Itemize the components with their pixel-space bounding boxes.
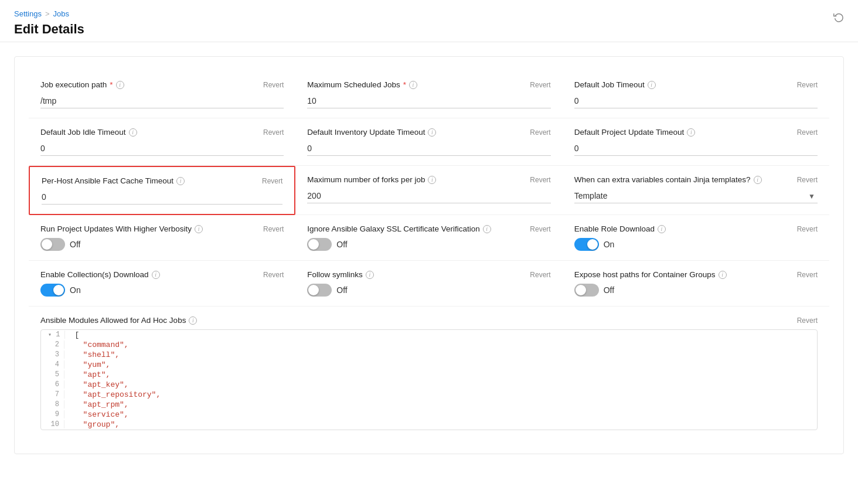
info-icon[interactable]: i	[428, 176, 436, 184]
revert-button[interactable]: Revert	[530, 271, 550, 279]
info-icon[interactable]: i	[648, 81, 656, 89]
field-label: Follow symlinks i	[307, 270, 374, 279]
info-icon[interactable]: i	[116, 81, 124, 89]
default-job-idle-timeout-input[interactable]	[40, 141, 284, 156]
enable-collections-download-toggle[interactable]	[40, 284, 65, 297]
line-number: 5	[41, 370, 64, 379]
revert-button[interactable]: Revert	[262, 177, 282, 185]
run-project-updates-toggle[interactable]	[40, 238, 65, 251]
history-icon[interactable]	[833, 12, 844, 25]
breadcrumb-sep: >	[45, 9, 50, 18]
breadcrumb: Settings > Jobs	[14, 9, 844, 18]
info-icon[interactable]: i	[189, 316, 197, 325]
toggle-row: Off	[307, 238, 550, 251]
code-line: 9 "service",	[41, 410, 817, 420]
info-icon[interactable]: i	[428, 128, 436, 137]
field-maximum-forks-per-job: Maximum number of forks per job i Revert	[295, 166, 562, 215]
field-default-job-idle-timeout: Default Job Idle Timeout i Revert	[29, 118, 295, 166]
line-number: 8	[41, 400, 64, 408]
revert-button[interactable]: Revert	[530, 81, 550, 89]
code-line: 5 "apt",	[41, 370, 817, 380]
when-extra-variables-select[interactable]: Template Always Never	[574, 189, 818, 203]
revert-button[interactable]: Revert	[263, 81, 284, 89]
revert-button[interactable]: Revert	[530, 176, 550, 184]
breadcrumb-jobs[interactable]: Jobs	[53, 9, 69, 18]
enable-role-download-toggle[interactable]	[574, 238, 599, 251]
expose-host-paths-toggle[interactable]	[574, 284, 599, 297]
field-label: Default Job Idle Timeout i	[40, 128, 137, 137]
revert-button[interactable]: Revert	[263, 225, 284, 233]
info-icon[interactable]: i	[129, 128, 137, 137]
info-icon[interactable]: i	[483, 225, 491, 233]
revert-button[interactable]: Revert	[530, 225, 550, 233]
field-enable-collections-download: Enable Collection(s) Download i Revert O…	[29, 261, 295, 307]
revert-button[interactable]: Revert	[263, 128, 284, 137]
select-wrapper: Template Always Never ▼	[574, 189, 818, 203]
code-content: "shell",	[72, 350, 817, 359]
per-host-ansible-fact-cache-timeout-input[interactable]	[42, 190, 282, 205]
breadcrumb-settings[interactable]: Settings	[14, 9, 42, 18]
toggle-label: On	[70, 285, 81, 295]
revert-button[interactable]: Revert	[797, 316, 818, 325]
info-icon[interactable]: i	[152, 271, 160, 279]
line-number: 3	[41, 350, 64, 359]
code-editor[interactable]: ▾ 1 [ 2 "command", 3 "shell",	[40, 329, 818, 430]
code-line: 6 "apt_key",	[41, 380, 817, 390]
default-project-update-timeout-input[interactable]	[574, 141, 818, 156]
page-wrapper: Settings > Jobs Edit Details Job executi…	[0, 0, 858, 504]
revert-button[interactable]: Revert	[797, 225, 818, 233]
follow-symlinks-toggle[interactable]	[307, 284, 332, 297]
revert-button[interactable]: Revert	[530, 128, 550, 137]
code-line: 3 "shell",	[41, 350, 817, 360]
line-number: 2	[41, 340, 64, 349]
form-section: Job execution path * i Revert Maximum Sc…	[14, 56, 844, 454]
field-label: Maximum Scheduled Jobs * i	[307, 80, 417, 89]
code-line: 4 "yum",	[41, 360, 817, 370]
ansible-modules-label-row: Ansible Modules Allowed for Ad Hoc Jobs …	[40, 316, 818, 325]
info-icon[interactable]: i	[366, 271, 374, 279]
info-icon[interactable]: i	[658, 225, 666, 233]
field-label: Enable Collection(s) Download i	[40, 270, 160, 279]
field-per-host-ansible-fact-cache-timeout: Per-Host Ansible Fact Cache Timeout i Re…	[29, 166, 295, 215]
info-icon[interactable]: i	[195, 225, 203, 233]
ignore-ansible-galaxy-ssl-toggle[interactable]	[307, 238, 332, 251]
code-content: "apt_repository",	[72, 390, 817, 399]
revert-button[interactable]: Revert	[797, 81, 818, 89]
field-label: Maximum number of forks per job i	[307, 175, 436, 184]
info-icon[interactable]: i	[719, 271, 727, 279]
fold-arrow: ▾	[48, 332, 52, 338]
revert-button[interactable]: Revert	[797, 128, 818, 137]
code-line: 10 "group",	[41, 420, 817, 430]
info-icon[interactable]: i	[409, 81, 417, 89]
code-content: "service",	[72, 410, 817, 419]
info-icon[interactable]: i	[754, 176, 762, 184]
revert-button[interactable]: Revert	[797, 176, 818, 184]
job-execution-path-input[interactable]	[40, 94, 284, 108]
field-enable-role-download: Enable Role Download i Revert On	[563, 215, 829, 261]
code-content: "yum",	[72, 360, 817, 369]
line-number: 6	[41, 380, 64, 389]
field-job-execution-path: Job execution path * i Revert	[29, 71, 295, 118]
info-icon[interactable]: i	[687, 128, 695, 137]
revert-button[interactable]: Revert	[263, 271, 284, 279]
required-star: *	[110, 80, 113, 89]
info-icon[interactable]: i	[176, 177, 185, 185]
form-grid: Job execution path * i Revert Maximum Sc…	[29, 71, 829, 440]
field-follow-symlinks: Follow symlinks i Revert Off	[295, 261, 562, 307]
toggle-row: Off	[307, 284, 550, 297]
code-line: ▾ 1 [	[41, 330, 817, 340]
field-run-project-updates: Run Project Updates With Higher Verbosit…	[29, 215, 295, 261]
revert-button[interactable]: Revert	[797, 271, 818, 279]
toggle-row: Off	[40, 238, 284, 251]
field-label: Enable Role Download i	[574, 224, 666, 233]
field-label: Job execution path * i	[40, 80, 124, 89]
maximum-forks-per-job-input[interactable]	[307, 189, 550, 203]
maximum-scheduled-jobs-input[interactable]	[307, 94, 550, 108]
code-content: "apt",	[72, 370, 817, 379]
default-inventory-update-timeout-input[interactable]	[307, 141, 550, 156]
field-ansible-modules: Ansible Modules Allowed for Ad Hoc Jobs …	[29, 307, 829, 440]
field-default-project-update-timeout: Default Project Update Timeout i Revert	[563, 118, 829, 166]
default-job-timeout-input[interactable]	[574, 94, 818, 108]
field-label: Default Job Timeout i	[574, 80, 656, 89]
page-title: Edit Details	[14, 22, 844, 37]
